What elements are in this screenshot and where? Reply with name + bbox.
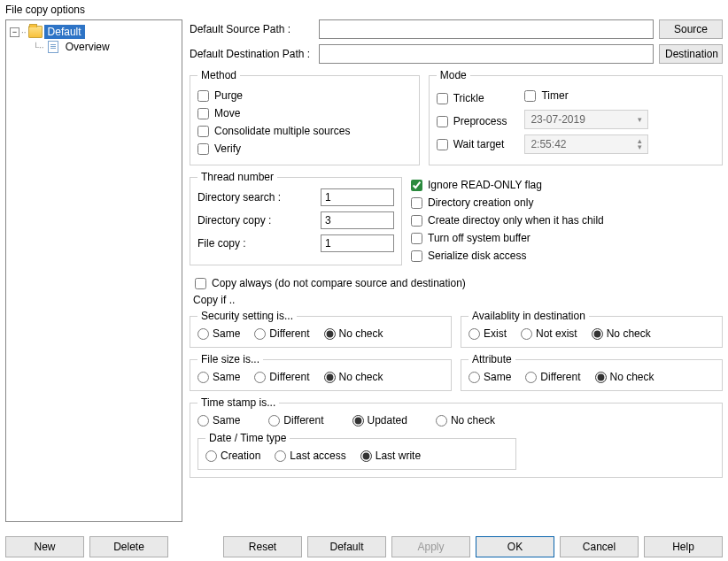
reset-button[interactable]: Reset: [223, 536, 302, 557]
wait-target-label: Wait target: [453, 138, 505, 150]
dest-path-label: Default Destination Path :: [190, 48, 314, 60]
serialize-label: Serialize disk access: [428, 250, 526, 262]
preprocess-checkbox[interactable]: [437, 116, 448, 127]
mode-legend: Mode: [437, 69, 470, 81]
filesize-nocheck-radio[interactable]: [324, 372, 336, 383]
availability-group: Availablity in destination Exist Not exi…: [461, 310, 723, 348]
copy-always-label: Copy always (do not compare source and d…: [212, 277, 466, 289]
delete-button[interactable]: Delete: [89, 536, 168, 557]
filesize-same-radio[interactable]: [197, 372, 209, 383]
avail-notexist-radio[interactable]: [521, 328, 532, 340]
timer-checkbox[interactable]: [524, 90, 536, 102]
ts-different-radio[interactable]: [268, 415, 280, 427]
ignore-readonly-label: Ignore READ-ONLY flag: [428, 179, 542, 191]
timer-label: Timer: [541, 89, 568, 102]
security-nocheck-radio[interactable]: [324, 328, 336, 340]
cancel-button[interactable]: Cancel: [560, 536, 639, 557]
chevron-down-icon: ▾: [638, 115, 642, 124]
dt-lastwrite-radio[interactable]: [360, 450, 372, 462]
move-checkbox[interactable]: [197, 108, 209, 119]
avail-nocheck-radio[interactable]: [592, 328, 603, 340]
spinner-icon: ▴▾: [638, 138, 642, 150]
ts-updated-radio[interactable]: [352, 415, 364, 427]
trickle-checkbox[interactable]: [437, 93, 448, 104]
source-path-input[interactable]: [319, 19, 654, 39]
serialize-checkbox[interactable]: [411, 250, 422, 262]
help-button[interactable]: Help: [644, 536, 723, 557]
timestamp-legend: Time stamp is...: [197, 396, 279, 409]
timer-date-value: 23-07-2019: [531, 113, 585, 126]
dir-copy-label: Directory copy :: [197, 214, 295, 227]
ok-button[interactable]: OK: [476, 536, 554, 557]
source-browse-button[interactable]: Source: [659, 19, 723, 39]
attr-different-radio[interactable]: [525, 372, 537, 383]
consolidate-label: Consolidate multiple sources: [214, 125, 350, 137]
thread-group: Thread number Directory search : Directo…: [190, 171, 402, 265]
timer-time-value: 2:55:42: [531, 138, 566, 150]
security-group: Security setting is... Same Different No…: [190, 310, 452, 348]
dest-browse-button[interactable]: Destination: [659, 44, 723, 64]
dir-creation-only-checkbox[interactable]: [411, 197, 422, 209]
datetime-legend: Date / Time type: [205, 432, 290, 444]
trickle-label: Trickle: [453, 92, 484, 104]
verify-checkbox[interactable]: [197, 143, 209, 155]
method-legend: Method: [197, 69, 240, 81]
preprocess-label: Preprocess: [453, 115, 507, 127]
attribute-legend: Attribute: [469, 353, 515, 365]
file-copy-input[interactable]: [321, 234, 394, 252]
filesize-different-radio[interactable]: [254, 372, 266, 383]
window-title: File copy options: [0, 0, 728, 19]
ts-nocheck-radio[interactable]: [436, 415, 447, 427]
dir-creation-only-label: Directory creation only: [428, 196, 533, 209]
security-legend: Security setting is...: [197, 310, 297, 322]
tree-panel: − ·· Default └·· Overview: [5, 19, 182, 522]
timer-time-picker[interactable]: 2:55:42▴▾: [524, 134, 648, 154]
apply-button: Apply: [391, 536, 470, 557]
document-icon: [48, 41, 58, 53]
security-same-radio[interactable]: [197, 328, 209, 340]
dt-lastaccess-radio[interactable]: [275, 450, 286, 462]
dir-search-input[interactable]: [321, 188, 394, 206]
timestamp-group: Time stamp is... Same Different Updated …: [190, 396, 723, 478]
default-button[interactable]: Default: [307, 536, 386, 557]
purge-checkbox[interactable]: [197, 90, 209, 102]
copy-if-label: Copy if ..: [193, 294, 723, 306]
timer-date-picker[interactable]: 23-07-2019▾: [524, 110, 648, 129]
dir-child-checkbox[interactable]: [411, 215, 422, 227]
tree-node-default[interactable]: Default: [44, 25, 85, 39]
filesize-group: File size is... Same Different No check: [190, 353, 452, 391]
move-label: Move: [214, 107, 240, 119]
dir-copy-input[interactable]: [321, 211, 394, 229]
filesize-legend: File size is...: [197, 353, 263, 365]
tree-connector: └··: [33, 42, 44, 52]
copy-always-checkbox[interactable]: [195, 278, 206, 289]
tree-node-overview[interactable]: Overview: [62, 40, 113, 54]
dir-search-label: Directory search :: [197, 191, 295, 204]
tree-connector: ··: [21, 27, 27, 37]
avail-exist-radio[interactable]: [469, 328, 480, 340]
thread-legend: Thread number: [197, 171, 277, 183]
ignore-readonly-checkbox[interactable]: [411, 180, 422, 191]
method-group: Method Purge Move Consolidate multiple s…: [190, 69, 420, 165]
dir-child-label: Create directoy only when it has child: [428, 214, 604, 227]
attr-same-radio[interactable]: [469, 372, 480, 383]
consolidate-checkbox[interactable]: [197, 126, 209, 137]
wait-target-checkbox[interactable]: [437, 139, 448, 150]
sysbuf-label: Turn off system buffer: [428, 232, 531, 244]
availability-legend: Availablity in destination: [469, 310, 589, 322]
datetime-group: Date / Time type Creation Last access La…: [197, 432, 516, 470]
attribute-group: Attribute Same Different No check: [461, 353, 723, 391]
folder-icon: [28, 26, 43, 38]
source-path-label: Default Source Path :: [190, 23, 314, 35]
ts-same-radio[interactable]: [197, 415, 209, 427]
security-different-radio[interactable]: [254, 328, 266, 340]
tree-collapse-icon[interactable]: −: [10, 27, 19, 37]
mode-group: Mode Trickle Preprocess Wait target Time…: [429, 69, 723, 165]
attr-nocheck-radio[interactable]: [595, 372, 607, 383]
dt-creation-radio[interactable]: [205, 450, 217, 462]
purge-label: Purge: [214, 89, 243, 102]
verify-label: Verify: [214, 142, 241, 155]
new-button[interactable]: New: [5, 536, 84, 557]
sysbuf-checkbox[interactable]: [411, 233, 422, 244]
dest-path-input[interactable]: [319, 44, 654, 64]
